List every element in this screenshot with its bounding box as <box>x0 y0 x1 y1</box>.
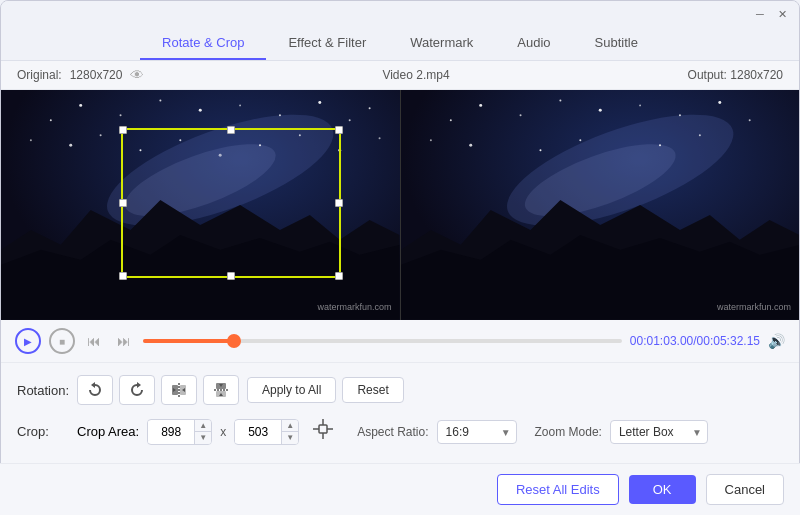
tab-effect-filter[interactable]: Effect & Filter <box>266 27 388 60</box>
progress-fill <box>143 339 234 343</box>
crop-handle-bm[interactable] <box>227 272 235 280</box>
svg-point-4 <box>120 114 122 116</box>
preview-right: watermarkfun.com <box>401 90 800 320</box>
svg-point-31 <box>639 104 641 106</box>
crop-height-input-wrap: ▲ ▼ <box>234 419 299 445</box>
flip-horizontal-button[interactable] <box>161 375 197 405</box>
svg-point-10 <box>349 119 351 121</box>
crop-height-down[interactable]: ▼ <box>282 432 298 444</box>
svg-point-38 <box>579 139 581 141</box>
zoom-mode-select[interactable]: Letter Box Pan & Scan Full <box>610 420 708 444</box>
svg-point-5 <box>159 99 161 101</box>
crop-label: Crop: <box>17 424 77 439</box>
stop-button[interactable]: ■ <box>49 328 75 354</box>
crop-overlay[interactable] <box>121 128 341 278</box>
progress-bar[interactable] <box>143 339 622 343</box>
svg-point-37 <box>539 149 541 151</box>
svg-point-40 <box>698 134 700 136</box>
tab-subtitle[interactable]: Subtitle <box>573 27 660 60</box>
watermark-left: watermarkfun.com <box>317 302 391 312</box>
rotation-row: Rotation: <box>17 375 783 405</box>
watermark-right: watermarkfun.com <box>717 302 791 312</box>
aspect-ratio-select-wrap: 16:9 4:3 1:1 None ▼ <box>437 420 517 444</box>
svg-point-33 <box>718 101 721 104</box>
crop-controls: Crop Area: ▲ ▼ x ▲ ▼ <box>77 417 708 446</box>
svg-point-9 <box>318 101 321 104</box>
rotation-buttons <box>77 375 239 405</box>
apply-to-all-button[interactable]: Apply to All <box>247 377 336 403</box>
crop-width-input[interactable] <box>148 421 194 443</box>
flip-vertical-button[interactable] <box>203 375 239 405</box>
tab-audio[interactable]: Audio <box>495 27 572 60</box>
footer: Reset All Edits OK Cancel <box>0 463 800 515</box>
x-separator: x <box>220 425 226 439</box>
svg-point-28 <box>519 114 521 116</box>
next-frame-button[interactable]: ⏭ <box>113 331 135 351</box>
aspect-ratio-select[interactable]: 16:9 4:3 1:1 None <box>437 420 517 444</box>
svg-point-12 <box>30 139 32 141</box>
crop-width-down[interactable]: ▼ <box>195 432 211 444</box>
crop-handle-mr[interactable] <box>335 199 343 207</box>
controls-section: Rotation: <box>1 363 799 470</box>
progress-thumb[interactable] <box>227 334 241 348</box>
svg-point-30 <box>598 109 601 112</box>
svg-point-36 <box>469 144 472 147</box>
preview-left: watermarkfun.com <box>1 90 401 320</box>
crop-row: Crop: Crop Area: ▲ ▼ x ▲ ▼ <box>17 417 783 446</box>
ok-button[interactable]: OK <box>629 475 696 504</box>
svg-point-3 <box>79 104 82 107</box>
crop-handle-br[interactable] <box>335 272 343 280</box>
svg-point-7 <box>239 104 241 106</box>
stars-decoration-right <box>401 90 800 320</box>
svg-point-27 <box>479 104 482 107</box>
play-button[interactable]: ▶ <box>15 328 41 354</box>
playback-bar: ▶ ■ ⏮ ⏭ 00:01:03.00/00:05:32.15 🔊 <box>1 320 799 363</box>
rotate-right-button[interactable] <box>119 375 155 405</box>
volume-icon[interactable]: 🔊 <box>768 333 785 349</box>
zoom-mode-label: Zoom Mode: <box>535 425 602 439</box>
preview-area: watermarkfun.com watermarkfun.com <box>1 90 799 320</box>
title-bar: ─ ✕ <box>1 1 799 27</box>
svg-point-34 <box>748 119 750 121</box>
crop-handle-tr[interactable] <box>335 126 343 134</box>
svg-point-35 <box>429 139 431 141</box>
tab-watermark[interactable]: Watermark <box>388 27 495 60</box>
crop-width-spinner: ▲ ▼ <box>194 420 211 444</box>
cancel-button[interactable]: Cancel <box>706 474 784 505</box>
reset-button[interactable]: Reset <box>342 377 403 403</box>
svg-rect-57 <box>319 425 327 433</box>
svg-point-21 <box>379 137 381 139</box>
close-button[interactable]: ✕ <box>775 7 789 21</box>
svg-point-11 <box>369 107 371 109</box>
crop-handle-ml[interactable] <box>119 199 127 207</box>
crosshair-icon[interactable] <box>311 417 335 446</box>
output-label: Output: <box>688 68 727 82</box>
svg-point-13 <box>69 144 72 147</box>
rotation-label: Rotation: <box>17 383 77 398</box>
tab-rotate-crop[interactable]: Rotate & Crop <box>140 27 266 60</box>
rotate-left-button[interactable] <box>77 375 113 405</box>
crop-handle-tl[interactable] <box>119 126 127 134</box>
crop-area-label: Crop Area: <box>77 424 139 439</box>
crop-height-spinner: ▲ ▼ <box>281 420 298 444</box>
visibility-icon[interactable]: 👁 <box>130 67 144 83</box>
svg-point-2 <box>50 119 52 121</box>
original-label: Original: <box>17 68 62 82</box>
prev-frame-button[interactable]: ⏮ <box>83 331 105 351</box>
svg-point-14 <box>100 134 102 136</box>
crop-handle-tm[interactable] <box>227 126 235 134</box>
svg-point-39 <box>659 144 661 146</box>
minimize-button[interactable]: ─ <box>753 7 767 21</box>
svg-point-29 <box>559 99 561 101</box>
aspect-ratio-label: Aspect Ratio: <box>357 425 428 439</box>
video-info-bar: Original: 1280x720 👁 Video 2.mp4 Output:… <box>1 61 799 90</box>
crop-height-up[interactable]: ▲ <box>282 420 298 432</box>
crop-width-up[interactable]: ▲ <box>195 420 211 432</box>
output-size: 1280x720 <box>730 68 783 82</box>
crop-handle-bl[interactable] <box>119 272 127 280</box>
crop-height-input[interactable] <box>235 421 281 443</box>
svg-point-8 <box>279 114 281 116</box>
original-size: 1280x720 <box>70 68 123 82</box>
reset-all-edits-button[interactable]: Reset All Edits <box>497 474 619 505</box>
zoom-mode-select-wrap: Letter Box Pan & Scan Full ▼ <box>610 420 708 444</box>
